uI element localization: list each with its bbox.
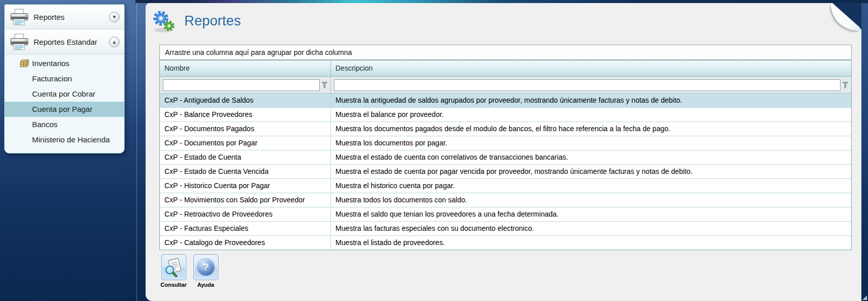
sidebar-item-label: Cuenta por Pagar (32, 105, 92, 113)
report-description-cell: Muestra el listado de proveedores. (331, 236, 851, 250)
ayuda-button[interactable]: ? Ayuda (191, 254, 220, 288)
filter-row (160, 77, 851, 94)
sidebar-group-reportes-estandar[interactable]: Reportes Estandar ▴ (5, 29, 124, 54)
report-name-cell: CxP - Balance Proveedores (160, 108, 331, 122)
sidebar-item-facturacion[interactable]: Facturacion (5, 71, 124, 86)
report-name-cell: CxP - Retroactivo de Proveedores (160, 207, 331, 221)
table-row[interactable]: CxP - Facturas Especiales Muestra las fa… (160, 222, 851, 236)
search-document-icon (164, 258, 183, 277)
sidebar-group-reportes[interactable]: Reportes ▾ (5, 5, 124, 29)
table-row[interactable]: CxP - Documentos Pagados Muestra los doc… (160, 122, 851, 136)
report-description-cell: Muestra los documentos pagados desde el … (331, 122, 851, 136)
group-by-drop-zone[interactable]: Arrastre una columna aquí para agrupar p… (159, 45, 852, 60)
printer-icon (10, 9, 29, 25)
report-description-cell: Muestra los documentos por pagar. (331, 136, 851, 150)
arrow-down-circle-icon[interactable]: ▾ (109, 12, 120, 22)
report-description-cell: Muestra el estado de cuenta por pagar ve… (331, 165, 851, 178)
report-name-cell: CxP - Estado de Cuenta (160, 150, 331, 164)
sidebar-item-label: Facturacion (32, 74, 72, 83)
table-row[interactable]: CxP - Historico Cuenta por Pagar Muestra… (160, 179, 851, 193)
report-description-cell: Muestra la antiguedad de saldos agrupado… (331, 94, 851, 107)
consultar-button[interactable]: Consultar (159, 254, 188, 288)
report-name-cell: CxP - Documentos por Pagar (160, 136, 331, 150)
filter-input-nombre[interactable] (163, 79, 320, 91)
sidebar-item-label: Ministerio de Hacienda (32, 135, 110, 144)
main-panel: Reportes Arrastre una columna aquí para … (146, 3, 861, 301)
table-row[interactable]: CxP - Estado de Cuenta Vencida Muestra e… (160, 165, 851, 179)
printer-icon (10, 34, 29, 50)
filter-input-descripcion[interactable] (334, 79, 841, 91)
help-icon: ? (197, 258, 215, 276)
sidebar-item-label: Inventarios (32, 59, 69, 68)
arrow-up-circle-icon[interactable]: ▴ (109, 37, 120, 47)
report-name-cell: CxP - Facturas Especiales (160, 222, 331, 235)
report-name-cell: CxP - Movimientos con Saldo por Proveedo… (160, 193, 331, 207)
report-description-cell: Muestra todos los documentos con saldo. (331, 193, 851, 207)
report-description-cell: Muestra el saldo que tenian los proveedo… (331, 207, 851, 221)
table-row[interactable]: CxP - Movimientos con Saldo por Proveedo… (160, 193, 851, 207)
sidebar-item-label: Bancos (32, 120, 58, 129)
desktop: Reportes ▾ Reportes Estandar ▴ (0, 0, 868, 301)
page-fold-corner (830, 3, 861, 33)
report-description-cell: Muestra el historico cuenta por pagar. (331, 179, 851, 193)
report-name-cell: CxP - Historico Cuenta por Pagar (160, 179, 331, 193)
page-title: Reportes (184, 13, 241, 29)
report-name-cell: CxP - Documentos Pagados (160, 122, 331, 136)
table-row[interactable]: CxP - Antiguedad de Saldos Muestra la an… (160, 94, 851, 108)
sidebar-item-inventarios[interactable]: Inventarios (5, 56, 124, 71)
report-name-cell: CxP - Antiguedad de Saldos (160, 94, 331, 107)
consultar-button-label: Consultar (160, 282, 186, 288)
ayuda-button-label: Ayuda (197, 282, 214, 288)
reports-table: Nombre Descripcion CxP - An (159, 60, 852, 250)
table-row[interactable]: CxP - Balance Proveedores Muestra el bal… (160, 108, 851, 122)
table-row[interactable]: CxP - Retroactivo de Proveedores Muestra… (160, 207, 851, 222)
report-description-cell: Muestra el balance por proveedor. (331, 108, 851, 122)
resize-grip-icon[interactable] (862, 295, 867, 300)
column-header-nombre[interactable]: Nombre (160, 61, 331, 76)
column-header-descripcion[interactable]: Descripcion (331, 61, 851, 76)
gears-icon (152, 10, 176, 33)
table-row[interactable]: CxP - Documentos por Pagar Muestra los d… (160, 136, 851, 150)
sidebar-item-list: Inventarios Facturacion Cuenta por Cobra… (5, 54, 124, 147)
report-description-cell: Muestra las facturas especiales con su d… (331, 222, 851, 235)
report-description-cell: Muestra el estado de cuenta con correlat… (331, 150, 851, 164)
table-header-row: Nombre Descripcion (160, 61, 851, 77)
report-name-cell: CxP - Catalogo de Proveedores (160, 236, 331, 250)
desktop-highlight-line (136, 0, 137, 301)
sidebar-item-ministerio-de-hacienda[interactable]: Ministerio de Hacienda (5, 132, 124, 147)
table-row[interactable]: CxP - Catalogo de Proveedores Muestra el… (160, 236, 851, 250)
filter-funnel-icon[interactable] (321, 81, 328, 88)
report-name-cell: CxP - Estado de Cuenta Vencida (160, 165, 331, 178)
sidebar-group-label: Reportes (34, 13, 109, 21)
sidebar-item-cuenta-por-pagar[interactable]: Cuenta por Pagar (5, 102, 124, 117)
sidebar-group-label: Reportes Estandar (34, 38, 109, 46)
filter-funnel-icon[interactable] (842, 81, 849, 88)
sidebar-item-label: Cuenta por Cobrar (32, 89, 95, 98)
toolbar: Consultar ? Ayuda (159, 254, 220, 288)
sidebar: Reportes ▾ Reportes Estandar ▴ (4, 4, 125, 154)
sidebar-item-cuenta-por-cobrar[interactable]: Cuenta por Cobrar (5, 86, 124, 102)
table-row[interactable]: CxP - Estado de Cuenta Muestra el estado… (160, 150, 851, 165)
sidebar-item-bancos[interactable]: Bancos (5, 117, 124, 132)
crate-icon (20, 59, 29, 68)
